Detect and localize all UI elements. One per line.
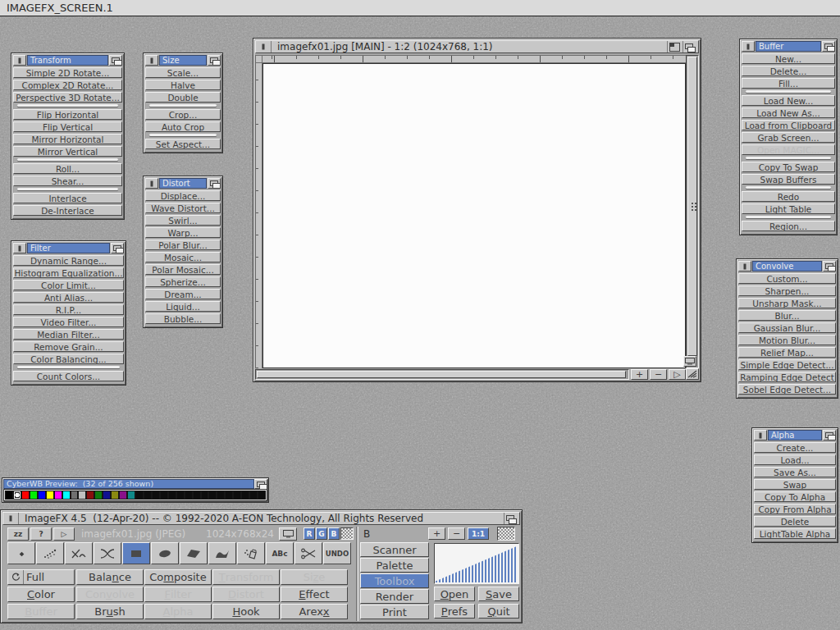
depth-icon[interactable] bbox=[111, 243, 124, 253]
color-swatch-25[interactable] bbox=[208, 491, 217, 500]
color-swatch-21[interactable] bbox=[176, 491, 185, 500]
color-swatch-12[interactable] bbox=[103, 491, 111, 500]
close-icon[interactable] bbox=[738, 261, 751, 272]
red-channel-toggle[interactable]: R bbox=[304, 527, 315, 540]
play-button[interactable]: ▷ bbox=[669, 369, 686, 380]
oval-tool[interactable] bbox=[151, 542, 179, 564]
alpha-title-bar[interactable]: Alpha bbox=[754, 430, 836, 441]
open-button[interactable]: Open bbox=[434, 587, 475, 601]
anti-alias-button[interactable]: Anti Alias... bbox=[13, 292, 124, 303]
depth-icon[interactable] bbox=[823, 430, 836, 441]
color-swatch-15[interactable] bbox=[127, 491, 135, 500]
color-swatch-10[interactable] bbox=[86, 491, 94, 500]
color-swatch-19[interactable] bbox=[160, 491, 168, 500]
histogram-equalization-button[interactable]: Histogram Equalization... bbox=[13, 267, 124, 278]
swap-buffers-button[interactable]: Swap Buffers bbox=[742, 174, 835, 185]
color-swatch-6[interactable] bbox=[54, 491, 62, 500]
zoom-in-button[interactable]: + bbox=[428, 527, 445, 540]
help-button[interactable]: ? bbox=[30, 527, 52, 541]
lighttable-alpha-button[interactable]: LightTable Alpha bbox=[754, 528, 836, 539]
sobel-edge-detect-button[interactable]: Sobel Edge Detect... bbox=[738, 384, 836, 395]
load-new-button[interactable]: Load New... bbox=[742, 95, 835, 106]
balance-button[interactable]: Balance bbox=[76, 569, 144, 585]
interlace-button[interactable]: Interlace bbox=[13, 193, 122, 203]
region-button[interactable]: Region... bbox=[742, 221, 835, 231]
green-channel-toggle[interactable]: G bbox=[316, 527, 327, 540]
buffer-title-bar[interactable]: Buffer bbox=[742, 41, 835, 52]
close-icon[interactable] bbox=[145, 178, 158, 189]
composite-button[interactable]: Composite bbox=[144, 569, 212, 585]
grab-screen-button[interactable]: Grab Screen... bbox=[742, 132, 835, 143]
save-button[interactable]: Save bbox=[478, 587, 519, 601]
relief-map-button[interactable]: Relief Map... bbox=[738, 347, 836, 358]
crop-button[interactable]: Crop... bbox=[145, 109, 221, 120]
close-icon[interactable] bbox=[13, 243, 26, 253]
close-icon[interactable] bbox=[13, 55, 26, 66]
flip-horizontal-button[interactable]: Flip Horizontal bbox=[13, 109, 122, 120]
play-button[interactable]: ▷ bbox=[53, 527, 75, 541]
load-new-as-button[interactable]: Load New As... bbox=[742, 107, 835, 118]
print-button[interactable]: Print bbox=[360, 605, 429, 619]
color-swatch-27[interactable] bbox=[225, 491, 233, 500]
screen-mode-icon[interactable] bbox=[683, 356, 696, 367]
simple-edge-detect-button[interactable]: Simple Edge Detect... bbox=[738, 359, 836, 370]
delete-alpha-button[interactable]: Delete bbox=[754, 516, 836, 527]
color-swatch-31[interactable] bbox=[258, 491, 266, 500]
depth-icon[interactable] bbox=[682, 41, 698, 52]
perspective-3d-rotate-button[interactable]: Perspective 3D Rotate... bbox=[13, 92, 122, 103]
de-interlace-button[interactable]: De-Interlace bbox=[13, 205, 122, 216]
mirror-horizontal-button[interactable]: Mirror Horizontal bbox=[13, 134, 122, 144]
depth-icon[interactable] bbox=[208, 178, 221, 189]
ramping-edge-detect-button[interactable]: Ramping Edge Detect bbox=[738, 372, 836, 382]
light-table-button[interactable]: Light Table bbox=[742, 203, 835, 214]
color-swatch-9[interactable] bbox=[78, 491, 86, 500]
toolbox-title-bar[interactable]: ImageFX 4.5 (12-Apr-20) -- © 1992-2020 A… bbox=[2, 512, 520, 525]
new-button[interactable]: New... bbox=[742, 53, 835, 64]
color-swatch-11[interactable] bbox=[94, 491, 103, 500]
close-icon[interactable] bbox=[256, 41, 272, 52]
gaussian-blur-button[interactable]: Gaussian Blur... bbox=[738, 322, 836, 333]
render-button[interactable]: Render bbox=[360, 589, 429, 604]
load-from-clipboard-button[interactable]: Load from Clipboard bbox=[742, 120, 835, 130]
color-swatch-14[interactable] bbox=[119, 491, 127, 500]
warp-button[interactable]: Warp... bbox=[145, 227, 221, 238]
shear-button[interactable]: Shear... bbox=[13, 176, 122, 186]
scanner-button[interactable]: Scanner bbox=[360, 542, 429, 557]
redo-button[interactable]: Redo bbox=[742, 191, 835, 202]
zoom-in-button[interactable]: + bbox=[631, 369, 648, 380]
dither-pattern-icon[interactable] bbox=[340, 527, 354, 540]
rip-button[interactable]: R.I.P... bbox=[13, 304, 124, 315]
zoom-out-button[interactable]: − bbox=[448, 527, 465, 540]
dream-button[interactable]: Dream... bbox=[145, 289, 221, 299]
color-swatch-7[interactable] bbox=[62, 491, 71, 500]
crop-scissors-tool[interactable] bbox=[294, 542, 322, 564]
simple-2d-rotate-button[interactable]: Simple 2D Rotate... bbox=[13, 67, 122, 78]
set-aspect-button[interactable]: Set Aspect... bbox=[145, 139, 221, 149]
zoom-ratio-button[interactable]: 1:1 bbox=[468, 527, 489, 540]
polygon-tool[interactable] bbox=[180, 542, 208, 564]
vertical-scrollbar[interactable] bbox=[686, 55, 699, 368]
mirror-vertical-button[interactable]: Mirror Vertical bbox=[13, 146, 122, 157]
screen-mode-button[interactable] bbox=[279, 527, 297, 541]
color-swatch-8[interactable] bbox=[71, 491, 79, 500]
quit-button[interactable]: Quit bbox=[478, 604, 519, 619]
zoom-out-button[interactable]: − bbox=[650, 369, 667, 380]
transform-title-bar[interactable]: Transform bbox=[13, 55, 122, 66]
color-swatch-16[interactable] bbox=[135, 491, 144, 500]
color-swatch-2[interactable] bbox=[21, 491, 30, 500]
color-swatch-20[interactable] bbox=[168, 491, 176, 500]
displace-button[interactable]: Displace... bbox=[145, 190, 221, 201]
swirl-button[interactable]: Swirl... bbox=[145, 215, 221, 226]
screen-title-bar[interactable]: IMAGEFX_SCREEN.1 bbox=[0, 0, 840, 16]
complex-2d-rotate-button[interactable]: Complex 2D Rotate... bbox=[13, 80, 122, 90]
color-swatch-0[interactable] bbox=[5, 491, 13, 500]
color-swatch-30[interactable] bbox=[249, 491, 258, 500]
blur-button[interactable]: Blur... bbox=[738, 310, 836, 321]
full-view-button[interactable]: Full bbox=[7, 569, 75, 585]
auto-crop-button[interactable]: Auto Crop bbox=[145, 121, 221, 132]
count-colors-button[interactable]: Count Colors... bbox=[13, 371, 124, 381]
brush-button[interactable]: Brush bbox=[76, 604, 144, 619]
copy-to-swap-button[interactable]: Copy To Swap bbox=[742, 162, 835, 172]
depth-icon[interactable] bbox=[822, 41, 835, 52]
color-swatch-24[interactable] bbox=[201, 491, 209, 500]
